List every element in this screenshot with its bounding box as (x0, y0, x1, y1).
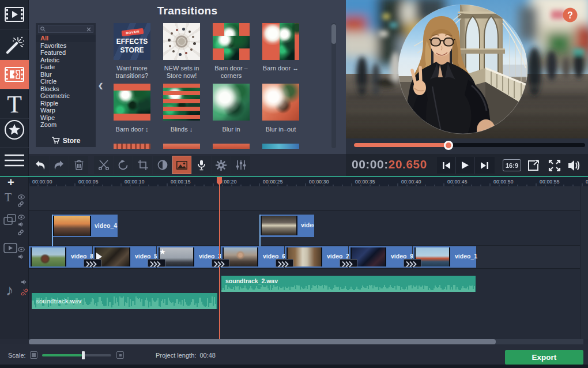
svg-text:?: ? (567, 10, 573, 20)
